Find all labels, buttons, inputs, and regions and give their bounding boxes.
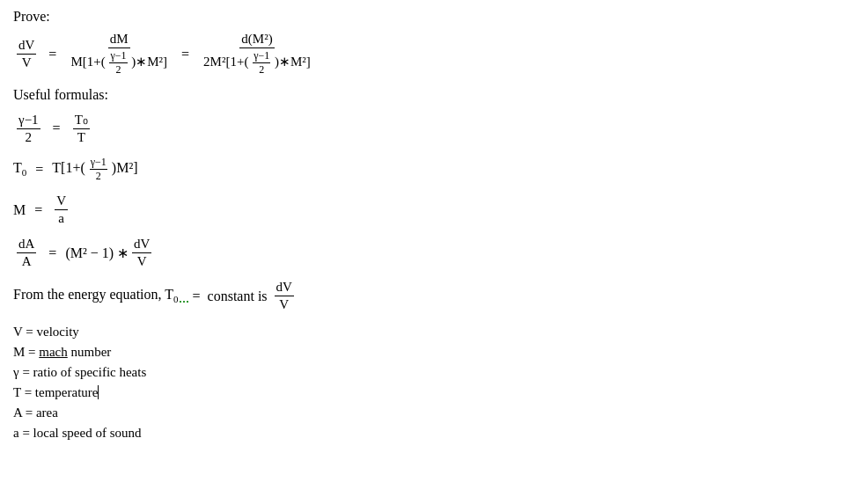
frac-dv-v-u4-num: dV [132,237,151,253]
frac-t0-t: T₀ T [73,112,90,145]
frac-v-a-num: V [55,194,68,210]
eq-u4: = [48,245,56,261]
formula-row-1: γ−1 2 = T₀ T [13,112,832,145]
mach-underline: mach [39,345,67,359]
frac-dm2-den: 2M²[1+( γ−1 2 )∗M²] [202,48,312,77]
frac-dv-v-u4-den: V [136,253,149,269]
nested-frac-2: γ−1 2 [253,49,270,77]
frac-dv-v-den: V [20,55,33,70]
from-eq: = constant is [193,289,271,304]
eq2: = [181,47,189,62]
frac-dm2-num: d(M²) [239,32,274,48]
prove-label: Prove: [13,9,832,25]
def-a: A = area [13,405,832,420]
frac-v-a: V a [55,194,68,226]
nested-frac-u2: γ−1 2 [90,156,107,183]
frac-dv-v: dV V [17,38,36,70]
nested-frac-1: γ−1 2 [109,49,127,77]
from-text-1: From the energy equation, T0 [13,287,179,304]
def-t: T = temperature [13,385,832,400]
useful-formulas-label: Useful formulas: [13,87,832,103]
eq-u3: = [34,202,42,218]
frac-dm2: d(M²) 2M²[1+( γ−1 2 )∗M²] [202,32,312,77]
frac-gamma: γ−1 2 [17,113,40,145]
eq-u1: = [53,121,61,136]
formula-row-3: M = V a [13,194,832,226]
eq1: = [48,47,56,62]
t0-label: T0 [13,160,26,178]
frac-from-den: V [277,296,290,312]
frac-gamma-num: γ−1 [17,113,40,129]
formula-row-4: dA A = (M² − 1) ∗ dV V [13,237,832,269]
frac-t0-t-den: T [76,129,87,145]
frac-dv-v-u4: dV V [132,237,151,269]
frac-from-num: dV [275,280,294,296]
frac-dm: dM M[1+( γ−1 2 )∗M²] [69,32,169,77]
from-energy-line: From the energy equation, T0 = constant … [13,280,832,312]
frac-dv-v-num: dV [17,38,36,55]
t0-rhs: T[1+( γ−1 2 )M²] [52,156,137,183]
frac-da-a: dA A [17,237,36,269]
frac-v-a-den: a [56,210,66,226]
frac-from-dv-v: dV V [275,280,294,312]
def-v: V = velocity [13,325,832,340]
eq-u2: = [35,162,43,178]
def-m: M = mach number [13,345,832,360]
formula-row-2: T0 = T[1+( γ−1 2 )M²] [13,156,832,183]
from-dotted [180,289,191,304]
cursor [98,385,99,399]
main-equation: dV V = dM M[1+( γ−1 2 )∗M²] = d(M²) 2M²[… [13,32,832,77]
frac-dm-num: dM [108,32,130,48]
frac-dm-den: M[1+( γ−1 2 )∗M²] [69,48,169,77]
frac-t0-t-num: T₀ [73,112,90,129]
def-gamma: γ = ratio of specific heats [13,365,832,380]
frac-da-a-num: dA [17,237,36,253]
frac-da-a-den: A [20,253,33,269]
u4-rhs-text: (M² − 1) ∗ [65,245,129,261]
def-a-lower: a = local speed of sound [13,426,832,441]
frac-gamma-den: 2 [24,129,34,145]
m-label: M [13,202,26,218]
